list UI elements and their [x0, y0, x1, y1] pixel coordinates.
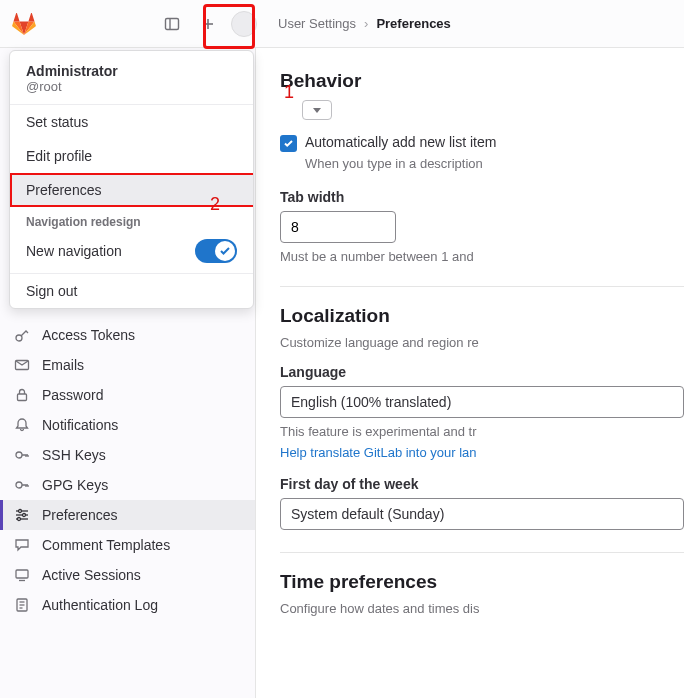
behavior-heading: Behavior: [280, 70, 684, 92]
localization-heading: Localization: [280, 305, 684, 327]
menu-section-label: Navigation redesign: [10, 207, 253, 233]
sidebar-item-ssh-keys[interactable]: SSH Keys: [0, 440, 255, 470]
sidebar-item-access-tokens[interactable]: Access Tokens: [0, 320, 255, 350]
checkbox-checked-icon: [280, 135, 297, 152]
menu-set-status[interactable]: Set status: [10, 105, 253, 139]
sidebar-item-comment-templates[interactable]: Comment Templates: [0, 530, 255, 560]
top-icons: [158, 10, 258, 38]
breadcrumb-current: Preferences: [376, 16, 450, 31]
checkbox-hint: When you type in a description: [305, 156, 684, 171]
language-label: Language: [280, 364, 684, 380]
sidebar-item-preferences[interactable]: Preferences: [0, 500, 255, 530]
dropdown-header: Administrator @root: [10, 51, 253, 104]
dash-select[interactable]: [302, 100, 332, 120]
gitlab-logo-icon[interactable]: [12, 12, 36, 36]
checkbox-auto-list[interactable]: Automatically add new list item: [280, 134, 684, 152]
sidebar-item-label: Comment Templates: [42, 537, 170, 553]
sidebar-item-label: Active Sessions: [42, 567, 141, 583]
sidebar-item-active-sessions[interactable]: Active Sessions: [0, 560, 255, 590]
tab-width-hint: Must be a number between 1 and: [280, 249, 684, 264]
sidebar-item-label: GPG Keys: [42, 477, 108, 493]
localization-sub: Customize language and region re: [280, 335, 684, 350]
sidebar-item-label: Emails: [42, 357, 84, 373]
svg-rect-6: [18, 394, 27, 401]
user-name: Administrator: [26, 63, 237, 79]
plus-icon[interactable]: [194, 10, 222, 38]
sidebar-item-label: Password: [42, 387, 103, 403]
main-content: Behavior Automatically add new list item…: [256, 48, 684, 698]
sidebar-toggle-icon[interactable]: [158, 10, 186, 38]
svg-point-8: [16, 482, 22, 488]
menu-edit-profile[interactable]: Edit profile: [10, 139, 253, 173]
language-select[interactable]: English (100% translated): [280, 386, 684, 418]
sidebar-item-label: Notifications: [42, 417, 118, 433]
breadcrumb: User Settings › Preferences: [278, 16, 451, 31]
tab-width-input[interactable]: [280, 211, 396, 243]
sidebar-item-label: Preferences: [42, 507, 117, 523]
sidebar-item-label: SSH Keys: [42, 447, 106, 463]
time-pref-sub: Configure how dates and times dis: [280, 601, 684, 616]
svg-rect-0: [166, 18, 179, 29]
menu-sign-out[interactable]: Sign out: [10, 274, 253, 308]
svg-point-7: [16, 452, 22, 458]
sidebar-item-auth-log[interactable]: Authentication Log: [0, 590, 255, 620]
sidebar-item-gpg-keys[interactable]: GPG Keys: [0, 470, 255, 500]
language-hint: This feature is experimental and tr: [280, 424, 684, 439]
sidebar-item-emails[interactable]: Emails: [0, 350, 255, 380]
first-day-label: First day of the week: [280, 476, 684, 492]
user-dropdown: Administrator @root Set status Edit prof…: [9, 50, 254, 309]
time-pref-heading: Time preferences: [280, 571, 684, 593]
chevron-right-icon: ›: [364, 16, 368, 31]
sidebar-item-label: Access Tokens: [42, 327, 135, 343]
svg-rect-15: [16, 570, 28, 578]
tab-width-label: Tab width: [280, 189, 684, 205]
new-navigation-toggle[interactable]: [195, 239, 237, 263]
svg-point-10: [19, 510, 22, 513]
avatar[interactable]: [230, 10, 258, 38]
svg-point-12: [23, 514, 26, 517]
translate-link[interactable]: Help translate GitLab into your lan: [280, 445, 684, 460]
sidebar-item-label: Authentication Log: [42, 597, 158, 613]
breadcrumb-parent[interactable]: User Settings: [278, 16, 356, 31]
first-day-select[interactable]: System default (Sunday): [280, 498, 684, 530]
user-handle: @root: [26, 79, 237, 94]
toggle-label: New navigation: [26, 243, 122, 259]
menu-new-navigation: New navigation: [10, 233, 253, 273]
svg-point-14: [18, 518, 21, 521]
sidebar-item-password[interactable]: Password: [0, 380, 255, 410]
menu-preferences[interactable]: Preferences: [10, 173, 253, 207]
checkbox-label: Automatically add new list item: [305, 134, 496, 150]
sidebar-item-notifications[interactable]: Notifications: [0, 410, 255, 440]
